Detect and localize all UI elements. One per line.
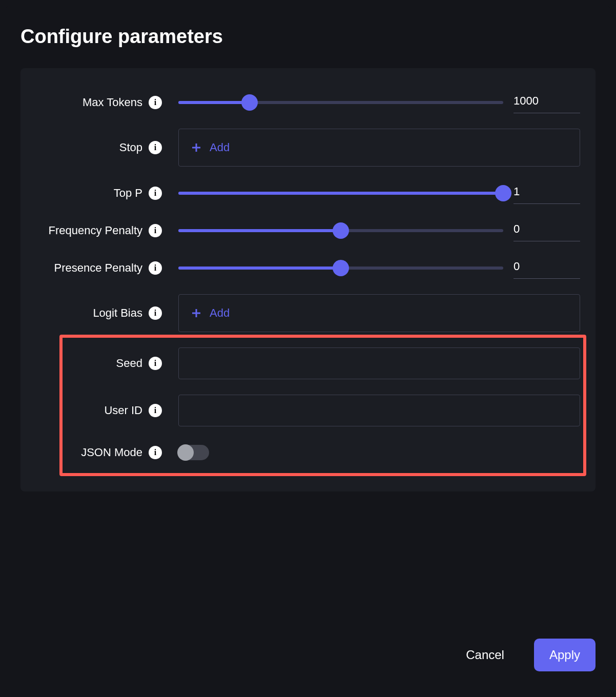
info-icon[interactable]: i <box>149 306 162 320</box>
slider-thumb[interactable] <box>333 222 349 239</box>
info-icon[interactable]: i <box>149 187 162 200</box>
label-col: Max Tokens i <box>36 96 178 109</box>
info-icon[interactable]: i <box>149 446 162 459</box>
info-icon[interactable]: i <box>149 224 162 237</box>
info-icon[interactable]: i <box>149 261 162 275</box>
frequency-penalty-slider[interactable] <box>178 229 503 232</box>
toggle-knob <box>177 444 194 461</box>
row-presence-penalty: Presence Penalty i <box>36 249 580 286</box>
presence-penalty-slider[interactable] <box>178 266 503 270</box>
panel-title: Configure parameters <box>20 26 596 48</box>
top-p-input[interactable] <box>514 182 580 204</box>
user-id-input[interactable] <box>178 395 580 426</box>
row-max-tokens: Max Tokens i <box>36 84 580 121</box>
footer: Cancel Apply <box>450 639 596 671</box>
slider-thumb[interactable] <box>241 94 258 111</box>
slider-thumb[interactable] <box>333 260 349 276</box>
add-label: Add <box>210 306 230 320</box>
label-col: User ID i <box>36 404 178 417</box>
top-p-label: Top P <box>114 187 142 200</box>
control-col <box>178 445 580 460</box>
info-icon[interactable]: i <box>149 141 162 154</box>
slider-thumb[interactable] <box>495 185 511 201</box>
label-col: Presence Penalty i <box>36 261 178 275</box>
add-label: Add <box>210 141 230 154</box>
row-user-id: User ID i <box>36 387 580 434</box>
seed-input[interactable] <box>178 347 580 379</box>
control-col <box>178 347 580 379</box>
label-col: Seed i <box>36 357 178 370</box>
presence-penalty-input[interactable] <box>514 257 580 279</box>
row-json-mode: JSON Mode i <box>36 434 580 471</box>
json-mode-toggle[interactable] <box>178 445 209 460</box>
user-id-label: User ID <box>104 404 142 417</box>
max-tokens-input[interactable] <box>514 91 580 113</box>
control-col: Add <box>178 294 580 332</box>
slider-fill <box>178 266 341 270</box>
max-tokens-slider[interactable] <box>178 101 503 104</box>
logit-bias-add-button[interactable]: Add <box>178 294 580 332</box>
stop-label: Stop <box>119 141 142 154</box>
row-top-p: Top P i <box>36 174 580 212</box>
row-seed: Seed i <box>36 340 580 387</box>
slider-fill <box>178 229 341 232</box>
top-p-slider[interactable] <box>178 192 503 195</box>
control-col <box>178 257 580 279</box>
label-col: JSON Mode i <box>36 446 178 459</box>
plus-icon <box>190 307 202 319</box>
label-col: Stop i <box>36 141 178 154</box>
control-col <box>178 91 580 113</box>
configure-parameters-panel: Configure parameters Max Tokens i Stop i <box>5 5 611 692</box>
info-icon[interactable]: i <box>149 357 162 370</box>
slider-fill <box>178 101 250 104</box>
control-col <box>178 395 580 426</box>
control-col <box>178 219 580 241</box>
label-col: Frequency Penalty i <box>36 224 178 237</box>
logit-bias-label: Logit Bias <box>93 306 142 320</box>
max-tokens-label: Max Tokens <box>83 96 142 109</box>
row-stop: Stop i Add <box>36 121 580 174</box>
control-col <box>178 182 580 204</box>
apply-button[interactable]: Apply <box>534 639 596 671</box>
seed-label: Seed <box>116 357 142 370</box>
panel-header: Configure parameters <box>5 5 611 63</box>
label-col: Top P i <box>36 187 178 200</box>
frequency-penalty-label: Frequency Penalty <box>49 224 142 237</box>
row-logit-bias: Logit Bias i Add <box>36 286 580 340</box>
json-mode-label: JSON Mode <box>81 446 142 459</box>
stop-add-button[interactable]: Add <box>178 129 580 167</box>
cancel-button[interactable]: Cancel <box>450 639 520 671</box>
info-icon[interactable]: i <box>149 404 162 417</box>
form-area: Max Tokens i Stop i <box>20 68 596 491</box>
control-col: Add <box>178 129 580 167</box>
slider-fill <box>178 192 503 195</box>
label-col: Logit Bias i <box>36 306 178 320</box>
info-icon[interactable]: i <box>149 96 162 109</box>
row-frequency-penalty: Frequency Penalty i <box>36 212 580 249</box>
frequency-penalty-input[interactable] <box>514 219 580 241</box>
presence-penalty-label: Presence Penalty <box>54 261 142 275</box>
plus-icon <box>190 141 202 154</box>
